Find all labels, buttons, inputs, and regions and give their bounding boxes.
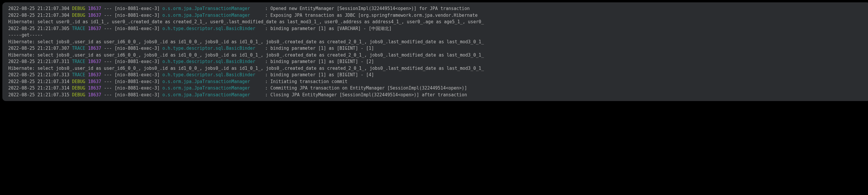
log-plain-text: Hibernate: select user0_.id as id1_1_, u… bbox=[8, 19, 484, 24]
log-colon: : bbox=[265, 72, 270, 78]
log-colon: : bbox=[265, 6, 270, 11]
log-level: DEBUG bbox=[72, 79, 85, 84]
log-line: 2022-08-25 21:21:07.304 DEBUG 18637 --- … bbox=[8, 5, 865, 12]
log-timestamp: 2022-08-25 21:21:07.314 bbox=[8, 79, 69, 84]
log-line: 2022-08-25 21:21:07.311 TRACE 18637 --- … bbox=[8, 58, 865, 65]
log-message: binding parameter [1] as [BIGINT] - [1] bbox=[270, 46, 374, 51]
log-pid: 18637 bbox=[88, 13, 101, 18]
log-line: 2022-08-25 21:21:07.314 DEBUG 18637 --- … bbox=[8, 85, 865, 92]
log-line: Hibernate: select jobs0_.user_id as user… bbox=[8, 38, 865, 45]
log-timestamp: 2022-08-25 21:21:07.304 bbox=[8, 6, 69, 11]
log-line: Hibernate: select jobs0_.user_id as user… bbox=[8, 52, 865, 59]
log-message: binding parameter [1] as [BIGINT] - [2] bbox=[270, 59, 374, 64]
log-pid: 18637 bbox=[88, 92, 101, 98]
log-level: DEBUG bbox=[72, 92, 85, 98]
log-plain-text: Hibernate: select jobs0_.user_id as user… bbox=[8, 66, 484, 71]
log-message: Initiating transaction commit bbox=[270, 79, 347, 84]
log-timestamp: 2022-08-25 21:21:07.313 bbox=[8, 72, 69, 78]
log-timestamp: 2022-08-25 21:21:07.307 bbox=[8, 46, 69, 51]
log-logger: o.h.type.descriptor.sql.BasicBinder bbox=[162, 72, 262, 78]
log-timestamp: 2022-08-25 21:21:07.314 bbox=[8, 85, 69, 91]
log-logger: o.h.type.descriptor.sql.BasicBinder bbox=[162, 25, 262, 32]
log-thread: [nio-8081-exec-3] bbox=[115, 79, 160, 84]
log-plain-text: -----get----- bbox=[8, 32, 43, 38]
log-thread: [nio-8081-exec-3] bbox=[115, 92, 160, 98]
log-pid: 18637 bbox=[88, 6, 101, 11]
log-pid: 18637 bbox=[88, 72, 101, 78]
log-separator: --- bbox=[104, 59, 112, 64]
log-colon: : bbox=[265, 85, 270, 91]
log-level: TRACE bbox=[72, 72, 85, 78]
log-separator: --- bbox=[104, 92, 112, 98]
log-separator: --- bbox=[104, 72, 112, 78]
log-terminal[interactable]: 2022-08-25 21:21:07.304 DEBUG 18637 --- … bbox=[2, 2, 868, 101]
log-pid: 18637 bbox=[88, 79, 101, 84]
log-pid: 18637 bbox=[88, 59, 101, 64]
log-logger: o.s.orm.jpa.JpaTransactionManager bbox=[162, 85, 262, 92]
log-logger: o.s.orm.jpa.JpaTransactionManager bbox=[162, 92, 262, 99]
log-pid: 18637 bbox=[88, 26, 101, 31]
log-colon: : bbox=[265, 79, 270, 84]
log-thread: [nio-8081-exec-3] bbox=[115, 26, 160, 31]
log-plain-text: Hibernate: select jobs0_.user_id as user… bbox=[8, 39, 484, 45]
log-logger: o.s.orm.jpa.JpaTransactionManager bbox=[162, 12, 262, 19]
log-colon: : bbox=[265, 59, 270, 64]
log-colon: : bbox=[265, 92, 270, 98]
log-plain-text: Hibernate: select jobs0_.user_id as user… bbox=[8, 52, 484, 58]
log-level: DEBUG bbox=[72, 6, 85, 11]
log-message: Opened new EntityManager [SessionImpl(32… bbox=[270, 6, 470, 11]
log-line: 2022-08-25 21:21:07.304 DEBUG 18637 --- … bbox=[8, 12, 865, 19]
log-timestamp: 2022-08-25 21:21:07.315 bbox=[8, 92, 69, 98]
log-separator: --- bbox=[104, 6, 112, 11]
log-pid: 18637 bbox=[88, 46, 101, 51]
log-level: TRACE bbox=[72, 46, 85, 51]
log-message: Closing JPA EntityManager [SessionImpl(3… bbox=[270, 92, 467, 98]
log-line: 2022-08-25 21:21:07.313 TRACE 18637 --- … bbox=[8, 72, 865, 78]
log-timestamp: 2022-08-25 21:21:07.304 bbox=[8, 13, 69, 18]
log-separator: --- bbox=[104, 85, 112, 91]
log-message: Exposing JPA transaction as JDBC [org.sp… bbox=[270, 13, 477, 18]
log-colon: : bbox=[265, 46, 270, 51]
log-thread: [nio-8081-exec-3] bbox=[115, 46, 160, 51]
log-line: 2022-08-25 21:21:07.314 DEBUG 18637 --- … bbox=[8, 78, 865, 85]
log-level: DEBUG bbox=[72, 13, 85, 18]
log-thread: [nio-8081-exec-3] bbox=[115, 13, 160, 18]
log-separator: --- bbox=[104, 46, 112, 51]
log-pid: 18637 bbox=[88, 85, 101, 91]
log-line: 2022-08-25 21:21:07.315 DEBUG 18637 --- … bbox=[8, 92, 865, 99]
log-level: TRACE bbox=[72, 26, 85, 31]
log-separator: --- bbox=[104, 13, 112, 18]
log-logger: o.h.type.descriptor.sql.BasicBinder bbox=[162, 58, 262, 65]
log-level: DEBUG bbox=[72, 85, 85, 91]
log-timestamp: 2022-08-25 21:21:07.311 bbox=[8, 59, 69, 64]
log-separator: --- bbox=[104, 79, 112, 84]
log-thread: [nio-8081-exec-3] bbox=[115, 59, 160, 64]
log-logger: o.s.orm.jpa.JpaTransactionManager bbox=[162, 5, 262, 12]
log-line: Hibernate: select jobs0_.user_id as user… bbox=[8, 65, 865, 72]
log-colon: : bbox=[265, 26, 270, 31]
log-line: Hibernate: select user0_.id as id1_1_, u… bbox=[8, 19, 865, 25]
log-level: TRACE bbox=[72, 59, 85, 64]
log-message: Committing JPA transaction on EntityMana… bbox=[270, 85, 467, 91]
log-colon: : bbox=[265, 13, 270, 18]
log-timestamp: 2022-08-25 21:21:07.305 bbox=[8, 26, 69, 31]
log-line: 2022-08-25 21:21:07.305 TRACE 18637 --- … bbox=[8, 25, 865, 32]
log-line: -----get----- bbox=[8, 32, 865, 38]
log-line: 2022-08-25 21:21:07.307 TRACE 18637 --- … bbox=[8, 45, 865, 52]
log-message: binding parameter [1] as [VARCHAR] - [中国… bbox=[270, 26, 392, 31]
log-thread: [nio-8081-exec-3] bbox=[115, 6, 160, 11]
log-thread: [nio-8081-exec-3] bbox=[115, 85, 160, 91]
log-logger: o.h.type.descriptor.sql.BasicBinder bbox=[162, 45, 262, 52]
log-message: binding parameter [1] as [BIGINT] - [4] bbox=[270, 72, 374, 78]
log-separator: --- bbox=[104, 26, 112, 31]
log-thread: [nio-8081-exec-3] bbox=[115, 72, 160, 78]
log-logger: o.s.orm.jpa.JpaTransactionManager bbox=[162, 78, 262, 85]
